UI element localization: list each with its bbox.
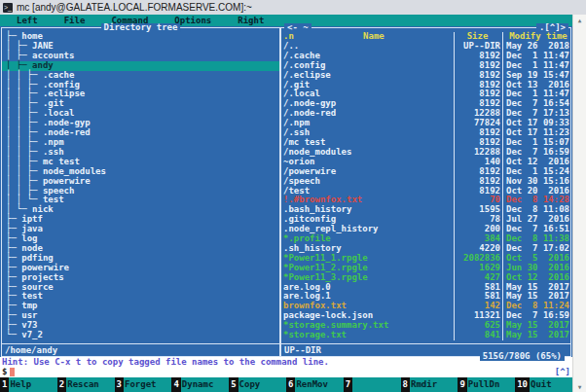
fkey-6-renmov[interactable]: 6RenMov xyxy=(286,377,344,392)
tree-row[interactable]: ├─ source xyxy=(2,283,279,293)
file-name: /powerwire xyxy=(281,167,454,177)
fkey-number: 3 xyxy=(115,377,124,392)
menu-item-right[interactable]: Right xyxy=(238,15,264,26)
tree-row[interactable]: │ └─ nick xyxy=(2,205,279,215)
file-name: /.ssh xyxy=(281,128,454,138)
file-name: *Power11_3.rpgle xyxy=(281,273,454,283)
tree-dir-name: powerwire xyxy=(21,263,69,272)
tree-dir-name: andy xyxy=(32,60,54,70)
tree-dir-name: projects xyxy=(21,272,63,282)
right-panel-file-list: <- ~ .[^]> .nNameSizeModify time/..UP--D… xyxy=(280,27,571,357)
tree-dir-name: .node-red xyxy=(43,127,91,137)
tree-dir-name: .local xyxy=(43,108,75,118)
tree-branch-lines: ├─ xyxy=(6,224,21,233)
file-name: ~orion xyxy=(281,158,454,167)
tree-row[interactable]: ├─ v73 xyxy=(2,321,279,331)
tree-branch-lines: │ │ └─ xyxy=(6,195,43,204)
window-titlebar[interactable]: >_ mc [andy@GALATEA.LOCAL.FORMASERVE.COM… xyxy=(0,0,586,15)
tree-branch-lines: ├─ xyxy=(6,263,21,272)
scroll-up-icon[interactable]: ▲ xyxy=(573,17,586,23)
tree-row[interactable]: ├─ tmp xyxy=(2,302,279,311)
prompt-history-marker[interactable]: [^] xyxy=(555,367,570,377)
file-name: are.log.0 xyxy=(281,283,454,293)
panels: Directory tree ├─ home│ ├─ JANE│ ├─ acco… xyxy=(0,26,572,357)
tree-dir-name: accounts xyxy=(32,51,74,60)
fkey-number: 4 xyxy=(171,377,180,392)
tree-dir-name: home xyxy=(21,31,43,41)
function-key-bar: 1Help2Rescan3Forget4Dynamc5Copy6RenMov78… xyxy=(0,377,572,392)
file-name: *.profile xyxy=(281,234,454,244)
fkey-3-forget[interactable]: 3Forget xyxy=(115,377,172,392)
file-name: *Power11_2.rpgle xyxy=(281,264,454,273)
tree-branch-lines: ├─ xyxy=(6,310,21,320)
fkey-number: 7 xyxy=(344,377,352,392)
tree-branch-lines: │ │ ├─ xyxy=(6,137,43,147)
tree-dir-name: .npm xyxy=(43,137,64,147)
fkey-number: 2 xyxy=(57,377,66,392)
tree-branch-lines: │ │ ├─ xyxy=(6,186,43,196)
fkey-label: RenMov xyxy=(295,377,328,392)
fkey-label: Forget xyxy=(124,377,157,392)
file-name: !.#brownfox.txt xyxy=(281,196,454,205)
file-mtime: May 15 2017 xyxy=(502,331,570,340)
right-panel-path[interactable]: <- ~ xyxy=(284,23,311,32)
file-name: .gitconfig xyxy=(281,215,454,225)
fkey-label: Rmdir xyxy=(410,377,437,392)
fkey-label xyxy=(352,377,353,392)
fkey-2-rescan[interactable]: 2Rescan xyxy=(57,377,115,392)
tree-row[interactable]: ├─ test xyxy=(2,292,279,302)
tree-branch-lines: ├─ xyxy=(6,233,21,243)
tree-dir-name: test xyxy=(21,291,43,301)
fkey-9-pulldn[interactable]: 9PullDn xyxy=(458,377,515,392)
file-row[interactable]: *storage.txt841May 15 2017 xyxy=(281,331,570,340)
file-name: /.local xyxy=(281,89,454,99)
file-name: /speech xyxy=(281,177,454,187)
command-line[interactable]: $ [^] xyxy=(0,367,572,377)
tree-branch-lines: └─ xyxy=(6,330,21,339)
fkey-number: 8 xyxy=(401,377,410,392)
file-row[interactable]: /speech8192Nov 30 15:16 xyxy=(281,177,570,187)
fkey-1-help[interactable]: 1Help xyxy=(0,377,57,392)
fkey-label: PullDn xyxy=(467,377,500,392)
prompt-symbol: $ xyxy=(2,367,7,376)
header-name-cell[interactable]: .nName xyxy=(281,32,454,42)
tree-row[interactable]: ├─ log xyxy=(2,234,279,244)
fkey-label: Copy xyxy=(238,377,261,392)
left-panel-directory-tree: Directory tree ├─ home│ ├─ JANE│ ├─ acco… xyxy=(1,27,280,357)
file-size: 841 xyxy=(454,331,502,340)
file-name: *storage.summary.txt xyxy=(281,321,454,331)
scroll-down-icon[interactable]: ▼ xyxy=(573,383,586,390)
file-name: package-lock.json xyxy=(281,311,454,321)
panel-corner-controls[interactable]: .[^]> xyxy=(536,23,568,32)
free-space-indicator: 515G/780G (65%) xyxy=(480,352,565,361)
file-name: /mc test xyxy=(281,138,454,148)
fkey-10-quit[interactable]: 10Quit xyxy=(515,377,572,392)
tree-row[interactable]: └─ v7_2 xyxy=(2,331,279,340)
fkey-label: Dynamc xyxy=(181,377,214,392)
column-header-name: Name xyxy=(294,32,454,42)
tree-row[interactable]: ├─ java xyxy=(2,225,279,234)
scrollbar[interactable]: ▲ ▼ xyxy=(572,15,586,392)
file-name: /.npm xyxy=(281,119,454,128)
window-title: mc [andy@GALATEA.LOCAL.FORMASERVE.COM]:~ xyxy=(17,2,252,13)
file-name: /.config xyxy=(281,61,454,71)
fkey-number: 1 xyxy=(0,377,9,392)
tree-row[interactable]: ├─ usr xyxy=(2,311,279,321)
tree-row[interactable]: ├─ iptf xyxy=(2,215,279,225)
file-name: /test xyxy=(281,187,454,196)
tree-branch-lines: ├─ xyxy=(6,291,21,301)
left-panel-title: Directory tree xyxy=(101,23,181,32)
tree-branch-lines: │ │ ├─ xyxy=(6,89,43,98)
fkey-7[interactable]: 7 xyxy=(344,377,401,392)
tree-dir-name: JANE xyxy=(32,41,54,51)
tree-dir-name: node_modules xyxy=(43,166,106,176)
fkey-5-copy[interactable]: 5Copy xyxy=(229,377,286,392)
tree-dir-name: speech xyxy=(43,186,75,196)
fkey-8-rmdir[interactable]: 8Rmdir xyxy=(401,377,458,392)
menu-item-file[interactable]: File xyxy=(64,15,86,26)
file-name: /.node-gyp xyxy=(281,99,454,109)
file-name: /.git xyxy=(281,81,454,90)
tree-branch-lines: │ │ ├─ xyxy=(6,98,43,108)
menu-item-left[interactable]: Left xyxy=(17,15,38,26)
fkey-4-dynamc[interactable]: 4Dynamc xyxy=(171,377,229,392)
